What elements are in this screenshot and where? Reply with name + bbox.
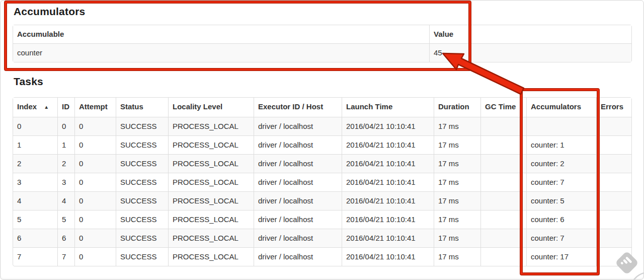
cell-gc-time xyxy=(480,154,526,173)
cell-duration: 17 ms xyxy=(434,135,480,154)
spark-stage-page: Accumulators Accumulable Value counter 4… xyxy=(0,0,644,280)
cell-locality-level: PROCESS_LOCAL xyxy=(168,117,254,135)
tasks-header-row: Index▲ ID Attempt Status Locality Level … xyxy=(13,98,631,117)
cell-errors xyxy=(596,247,631,266)
accumulators-table: Accumulable Value counter 45 xyxy=(13,25,632,62)
cell-duration: 17 ms xyxy=(434,247,480,266)
cell-errors xyxy=(596,154,631,173)
tasks-header-accumulators[interactable]: Accumulators xyxy=(526,98,596,117)
accumulator-row: counter 45 xyxy=(13,44,631,62)
tasks-table: Index▲ ID Attempt Status Locality Level … xyxy=(13,97,632,266)
cell-executor-id-host: driver / localhost xyxy=(254,117,342,135)
cell-id: 1 xyxy=(57,135,74,154)
cell-index: 2 xyxy=(13,154,57,173)
cell-attempt: 0 xyxy=(74,135,116,154)
cell-locality-level: PROCESS_LOCAL xyxy=(168,247,254,266)
task-row: 1 1 0 SUCCESS PROCESS_LOCAL driver / loc… xyxy=(13,135,631,154)
cell-executor-id-host: driver / localhost xyxy=(254,229,342,247)
cell-index: 5 xyxy=(13,210,57,229)
tasks-header-errors[interactable]: Errors xyxy=(596,98,631,117)
cell-gc-time xyxy=(480,173,526,191)
cell-errors xyxy=(596,135,631,154)
tasks-header-locality-level[interactable]: Locality Level xyxy=(168,98,254,117)
cell-gc-time xyxy=(480,135,526,154)
cell-launch-time: 2016/04/21 10:10:41 xyxy=(342,154,434,173)
cell-launch-time: 2016/04/21 10:10:41 xyxy=(342,191,434,210)
cell-accumulators: counter: 5 xyxy=(526,191,596,210)
cell-duration: 17 ms xyxy=(434,191,480,210)
cell-locality-level: PROCESS_LOCAL xyxy=(168,191,254,210)
task-row: 7 7 0 SUCCESS PROCESS_LOCAL driver / loc… xyxy=(13,247,631,266)
cell-executor-id-host: driver / localhost xyxy=(254,191,342,210)
cell-errors xyxy=(596,191,631,210)
cell-duration: 17 ms xyxy=(434,117,480,135)
cell-status: SUCCESS xyxy=(116,135,168,154)
cell-index: 3 xyxy=(13,173,57,191)
cell-status: SUCCESS xyxy=(116,247,168,266)
task-row: 4 4 0 SUCCESS PROCESS_LOCAL driver / loc… xyxy=(13,191,631,210)
cell-status: SUCCESS xyxy=(116,191,168,210)
sort-ascending-icon: ▲ xyxy=(44,104,49,110)
cell-attempt: 0 xyxy=(74,229,116,247)
tasks-header-executor-id-host[interactable]: Executor ID / Host xyxy=(254,98,342,117)
tasks-header-id[interactable]: ID xyxy=(57,98,74,117)
cell-index: 4 xyxy=(13,191,57,210)
cell-status: SUCCESS xyxy=(116,154,168,173)
cell-executor-id-host: driver / localhost xyxy=(254,135,342,154)
cell-duration: 17 ms xyxy=(434,229,480,247)
cell-accumulators: counter: 17 xyxy=(526,247,596,266)
task-row: 2 2 0 SUCCESS PROCESS_LOCAL driver / loc… xyxy=(13,154,631,173)
cell-accumulators: counter: 1 xyxy=(526,135,596,154)
cell-status: SUCCESS xyxy=(116,229,168,247)
cell-attempt: 0 xyxy=(74,247,116,266)
accumulators-header-row: Accumulable Value xyxy=(13,25,631,44)
task-row: 0 0 0 SUCCESS PROCESS_LOCAL driver / loc… xyxy=(13,117,631,135)
cell-id: 3 xyxy=(57,173,74,191)
cell-gc-time xyxy=(480,117,526,135)
cell-launch-time: 2016/04/21 10:10:41 xyxy=(342,117,434,135)
task-row: 3 3 0 SUCCESS PROCESS_LOCAL driver / loc… xyxy=(13,173,631,191)
accumulators-heading: Accumulators xyxy=(14,6,85,18)
tasks-header-gc-time[interactable]: GC Time xyxy=(480,98,526,117)
tasks-header-attempt[interactable]: Attempt xyxy=(74,98,116,117)
cell-accumulators: counter: 2 xyxy=(526,154,596,173)
value-column-header[interactable]: Value xyxy=(429,25,631,44)
cell-locality-level: PROCESS_LOCAL xyxy=(168,154,254,173)
cell-errors xyxy=(596,229,631,247)
corner-scribble-icon xyxy=(633,273,644,280)
cell-index: 6 xyxy=(13,229,57,247)
tasks-header-launch-time[interactable]: Launch Time xyxy=(342,98,434,117)
cell-status: SUCCESS xyxy=(116,173,168,191)
accumulable-value-cell: 45 xyxy=(429,44,631,62)
cell-accumulators: counter: 7 xyxy=(526,229,596,247)
cell-launch-time: 2016/04/21 10:10:41 xyxy=(342,247,434,266)
cell-locality-level: PROCESS_LOCAL xyxy=(168,173,254,191)
cell-executor-id-host: driver / localhost xyxy=(254,154,342,173)
tasks-heading: Tasks xyxy=(14,76,43,88)
cell-gc-time xyxy=(480,247,526,266)
index-header-label: Index xyxy=(17,102,37,111)
cell-duration: 17 ms xyxy=(434,210,480,229)
tasks-header-index[interactable]: Index▲ xyxy=(13,98,57,117)
cell-accumulators: counter: 7 xyxy=(526,173,596,191)
cell-id: 4 xyxy=(57,191,74,210)
cell-accumulators xyxy=(526,117,596,135)
cell-launch-time: 2016/04/21 10:10:41 xyxy=(342,210,434,229)
tasks-header-duration[interactable]: Duration xyxy=(434,98,480,117)
cell-duration: 17 ms xyxy=(434,154,480,173)
tasks-header-status[interactable]: Status xyxy=(116,98,168,117)
cell-index: 7 xyxy=(13,247,57,266)
accumulable-column-header[interactable]: Accumulable xyxy=(13,25,429,44)
cell-accumulators: counter: 6 xyxy=(526,210,596,229)
cell-index: 1 xyxy=(13,135,57,154)
cell-locality-level: PROCESS_LOCAL xyxy=(168,210,254,229)
cell-executor-id-host: driver / localhost xyxy=(254,173,342,191)
cell-id: 6 xyxy=(57,229,74,247)
cell-id: 0 xyxy=(57,117,74,135)
cell-errors xyxy=(596,173,631,191)
cell-status: SUCCESS xyxy=(116,117,168,135)
cell-attempt: 0 xyxy=(74,117,116,135)
cell-gc-time xyxy=(480,191,526,210)
accumulable-name-cell: counter xyxy=(13,44,429,62)
cell-attempt: 0 xyxy=(74,191,116,210)
